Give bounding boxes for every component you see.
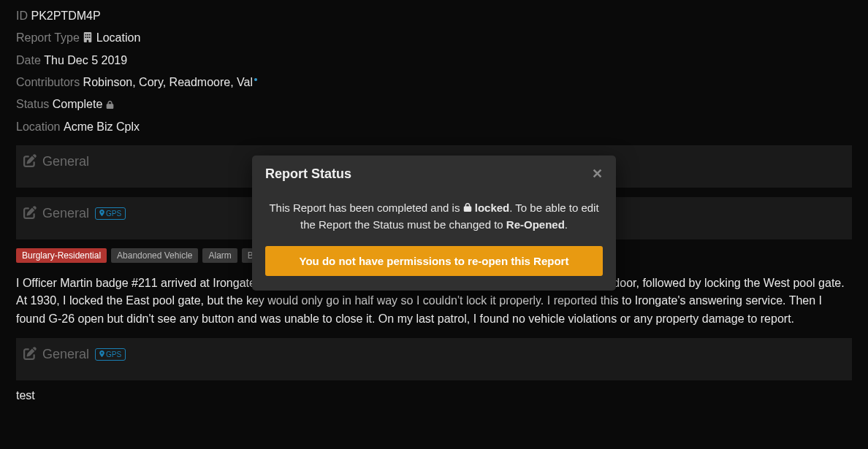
modal-text-reopened: Re-Opened bbox=[506, 218, 565, 231]
lock-icon bbox=[463, 202, 475, 214]
meta-location: Location Acme Biz Cplx bbox=[16, 118, 852, 136]
meta-status: Status Complete bbox=[16, 96, 852, 114]
modal-title: Report Status bbox=[265, 166, 351, 182]
id-value: PK2PTDM4P bbox=[31, 9, 100, 22]
gps-badge[interactable]: GPS bbox=[95, 348, 126, 361]
gps-label: GPS bbox=[106, 210, 121, 218]
edit-icon[interactable] bbox=[23, 154, 37, 170]
edit-icon[interactable] bbox=[23, 206, 37, 222]
modal-text-c: . bbox=[565, 218, 568, 231]
type-value: Location bbox=[96, 31, 141, 44]
gps-label: GPS bbox=[106, 350, 121, 358]
section-title: General bbox=[42, 154, 89, 169]
report-status-modal: Report Status ✕ This Report has been com… bbox=[252, 156, 616, 291]
section-title: General bbox=[42, 347, 89, 362]
gps-badge[interactable]: GPS bbox=[95, 207, 126, 220]
meta-type: Report Type Location bbox=[16, 29, 852, 47]
date-value: Thu Dec 5 2019 bbox=[44, 54, 127, 66]
location-label: Location bbox=[16, 120, 61, 133]
modal-header: Report Status ✕ bbox=[252, 156, 616, 192]
meta-contributors: Contributors Robinson, Cory, Readmoore, … bbox=[16, 74, 852, 91]
modal-text-a: This Report has been completed and is bbox=[269, 202, 462, 214]
location-value: Acme Biz Cplx bbox=[64, 120, 140, 133]
modal-body: This Report has been completed and is lo… bbox=[252, 192, 616, 291]
section-general-3: General GPS bbox=[16, 338, 852, 380]
status-value: Complete bbox=[53, 98, 102, 110]
map-pin-icon bbox=[99, 350, 104, 358]
meta-id: ID PK2PTDM4P bbox=[16, 7, 852, 25]
close-icon[interactable]: ✕ bbox=[592, 167, 603, 180]
map-pin-icon bbox=[99, 210, 104, 218]
status-label: Status bbox=[16, 98, 49, 110]
edit-icon[interactable] bbox=[23, 347, 37, 363]
tag-abandoned-vehicle[interactable]: Abandoned Vehicle bbox=[111, 248, 198, 263]
modal-text-locked: locked bbox=[475, 202, 510, 214]
date-label: Date bbox=[16, 54, 41, 66]
tag-alarm[interactable]: Alarm bbox=[202, 248, 237, 263]
contrib-value: Robinson, Cory, Readmoore, Val bbox=[83, 76, 253, 88]
type-label: Report Type bbox=[16, 31, 80, 44]
meta-date: Date Thu Dec 5 2019 bbox=[16, 52, 852, 69]
id-label: ID bbox=[16, 9, 28, 22]
building-icon bbox=[83, 30, 93, 47]
contributor-indicator-dot bbox=[254, 78, 257, 81]
lock-icon bbox=[106, 96, 114, 114]
narrative-text-2: test bbox=[16, 389, 852, 402]
section-title: General bbox=[42, 206, 89, 221]
reopen-permission-button[interactable]: You do not have permissions to re-open t… bbox=[265, 246, 603, 276]
tag-burglary[interactable]: Burglary-Residential bbox=[16, 248, 107, 263]
contrib-label: Contributors bbox=[16, 76, 80, 88]
